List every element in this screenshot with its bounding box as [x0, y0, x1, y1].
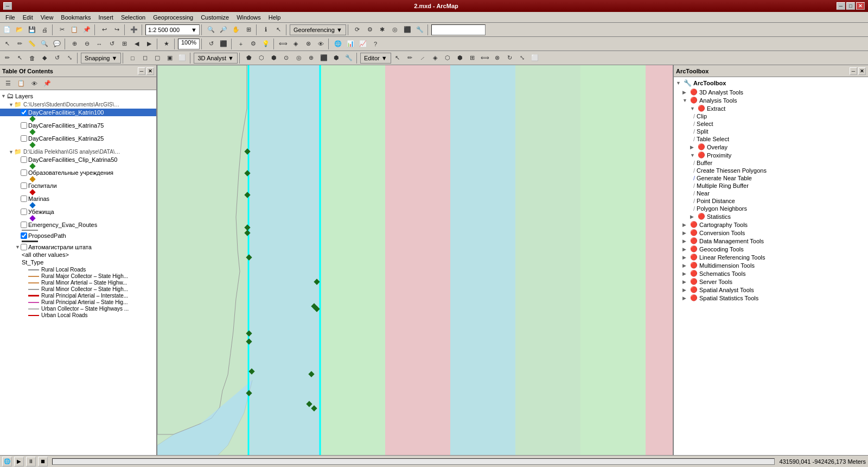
analyst-btn4[interactable]: ⊙	[280, 52, 292, 64]
analyst-btn7[interactable]: ⬛	[318, 52, 330, 64]
atb-cartography[interactable]: ▶ 🔴 Cartography Tools	[674, 220, 868, 229]
atb-statistics[interactable]: ▶ 🔴 Statistics	[674, 212, 868, 220]
minimize-button[interactable]: ─	[3, 2, 12, 10]
toc-visibility-view[interactable]: 👁	[28, 78, 40, 90]
analyst-btn5[interactable]: ◎	[293, 52, 305, 64]
edit-tool12[interactable]: ⤡	[516, 52, 528, 64]
atb-3d-analyst[interactable]: ▶ 🔴 3D Analyst Tools	[674, 88, 868, 96]
snapping-dropdown[interactable]: Snapping ▼	[81, 53, 121, 64]
query-btn[interactable]: ?	[369, 38, 381, 50]
atb-schematics[interactable]: ▶ 🔴 Schematics Tools	[674, 269, 868, 277]
cut-button[interactable]: ✂	[56, 24, 68, 36]
full-extent2[interactable]: ⊞	[118, 38, 130, 50]
globe-btn[interactable]: 🌐	[332, 38, 344, 50]
edit-tool5[interactable]: ◈	[429, 52, 441, 64]
atb-proximity[interactable]: ▼ 🔴 Proximity	[674, 151, 868, 159]
tb-misc3[interactable]: ✱	[376, 24, 388, 36]
close-button[interactable]: ✕	[856, 2, 865, 10]
toc-layer8[interactable]: Убежища	[0, 208, 156, 216]
edit-tool2[interactable]: ↖	[392, 52, 404, 64]
toc-layer6[interactable]: Госпитали	[0, 182, 156, 190]
atb-overlay[interactable]: ▶ 🔴 Overlay	[674, 143, 868, 151]
viewshed-tool[interactable]: 👁	[315, 38, 327, 50]
layer10-checkbox[interactable]	[21, 232, 27, 239]
pan2[interactable]: ↔	[93, 38, 105, 50]
add-layer[interactable]: +	[235, 38, 247, 50]
menu-customize[interactable]: Customize	[197, 13, 232, 22]
undo-button[interactable]: ↩	[98, 24, 110, 36]
toc-selection-view[interactable]: 📌	[41, 78, 53, 90]
toc-layer2[interactable]: DayCareFacilities_Katrina75	[0, 122, 156, 129]
status-play[interactable]: ▶	[14, 457, 24, 466]
full-extent-button[interactable]: ⊞	[242, 24, 254, 36]
layer6-checkbox[interactable]	[21, 182, 27, 189]
map-area[interactable]	[157, 65, 673, 455]
toc-layers-root[interactable]: ▼ 🗂 Layers	[0, 91, 156, 100]
layer1-checkbox[interactable]	[21, 109, 27, 116]
toc-layer9[interactable]: Emergency_Evac_Routes	[0, 221, 156, 229]
layer8-checkbox[interactable]	[21, 209, 27, 215]
georef-dropdown[interactable]: Georeferencing ▼	[290, 24, 346, 35]
edit-tool[interactable]: ✏	[14, 38, 25, 50]
menu-view[interactable]: View	[37, 13, 57, 22]
layer4-checkbox[interactable]	[21, 156, 27, 163]
zoom-in-button[interactable]: 🔍	[205, 24, 217, 36]
atb-spatial-stats[interactable]: ▶ 🔴 Spatial Statistics Tools	[674, 294, 868, 302]
status-stop[interactable]: ⏹	[38, 457, 48, 466]
edit-tool6[interactable]: ⬡	[442, 52, 454, 64]
toc-minimize[interactable]: ─	[138, 67, 145, 75]
layer-props[interactable]: ⚙	[247, 38, 259, 50]
copy-button[interactable]: 📋	[68, 24, 80, 36]
layer11-checkbox[interactable]	[21, 244, 27, 250]
toc-layer1[interactable]: DayCareFacilities_Katrin100	[0, 109, 156, 116]
select-button[interactable]: ↖	[272, 24, 284, 36]
atb-polygon-neighbors[interactable]: / Polygon Neighbors	[674, 205, 868, 212]
maximize-button[interactable]: □	[846, 2, 855, 10]
zoom-value[interactable]: 100%	[178, 39, 200, 49]
atb-analysis-tools[interactable]: ▼ 🔴 Analysis Tools	[674, 96, 868, 104]
layer2-checkbox[interactable]	[21, 122, 27, 129]
delete-sel[interactable]: 🗑	[26, 52, 38, 64]
edit-tool8[interactable]: ⊞	[467, 52, 478, 64]
search-input[interactable]	[431, 24, 486, 35]
measure-tool[interactable]: 📏	[26, 38, 38, 50]
menu-windows[interactable]: Windows	[233, 13, 264, 22]
rotate[interactable]: ↺	[106, 38, 118, 50]
3d-analyst-dropdown[interactable]: 3D Analyst ▼	[194, 53, 238, 64]
toc-layer5[interactable]: Образовательные учреждения	[0, 169, 156, 176]
menu-insert[interactable]: Insert	[95, 13, 117, 22]
toc-list-view[interactable]: ☰	[2, 78, 14, 90]
select-edit[interactable]: ↖	[14, 52, 25, 64]
atb-linear-ref[interactable]: ▶ 🔴 Linear Referencing Tools	[674, 253, 868, 261]
open-button[interactable]: 📂	[14, 24, 25, 36]
redo-button[interactable]: ↪	[111, 24, 123, 36]
edit-pencil[interactable]: ✏	[1, 52, 13, 64]
menu-geoprocessing[interactable]: Geoprocessing	[150, 13, 196, 22]
scale-dropdown[interactable]: 1:2 500 000 ▼	[145, 24, 200, 35]
toc-layer3[interactable]: DayCareFacilities_Katrina25	[0, 135, 156, 142]
atb-near-table[interactable]: / Generate Near Table	[674, 174, 868, 182]
atb-extract[interactable]: ▼ 🔴 Extract	[674, 104, 868, 112]
identify-button[interactable]: ℹ	[260, 24, 272, 36]
snap-sq4[interactable]: ▣	[164, 52, 176, 64]
analyst-btn2[interactable]: ⬡	[256, 52, 267, 64]
menu-selection[interactable]: Selection	[118, 13, 149, 22]
atb-close[interactable]: ✕	[858, 67, 866, 75]
report-btn[interactable]: 📊	[344, 38, 356, 50]
toc-group2[interactable]: ▼ 📁 D:\Lidiia Pelekhan\GIS analyse\DATA\…	[0, 148, 156, 156]
save-button[interactable]: 💾	[26, 24, 38, 36]
magnify-tool[interactable]: ⊗	[302, 38, 314, 50]
toc-group1[interactable]: ▼ 📁 C:\Users\Student\Documents\ArcGIS\D.…	[0, 100, 156, 109]
vertex-edit[interactable]: ◆	[39, 52, 50, 64]
snap-sq1[interactable]: □	[126, 52, 138, 64]
edit-tool11[interactable]: ↻	[504, 52, 516, 64]
toc-close[interactable]: ✕	[146, 67, 154, 75]
atb-geocoding[interactable]: ▶ 🔴 Geocoding Tools	[674, 245, 868, 253]
atb-conversion[interactable]: ▶ 🔴 Conversion Tools	[674, 229, 868, 237]
atb-minimize[interactable]: ─	[850, 67, 857, 75]
find-tool[interactable]: 🔍	[39, 38, 50, 50]
snap-sq2[interactable]: ◻	[139, 52, 151, 64]
atb-data-mgmt[interactable]: ▶ 🔴 Data Management Tools	[674, 237, 868, 245]
select-tool[interactable]: ↖	[1, 38, 13, 50]
spatial-bookmark[interactable]: ★	[161, 38, 173, 50]
